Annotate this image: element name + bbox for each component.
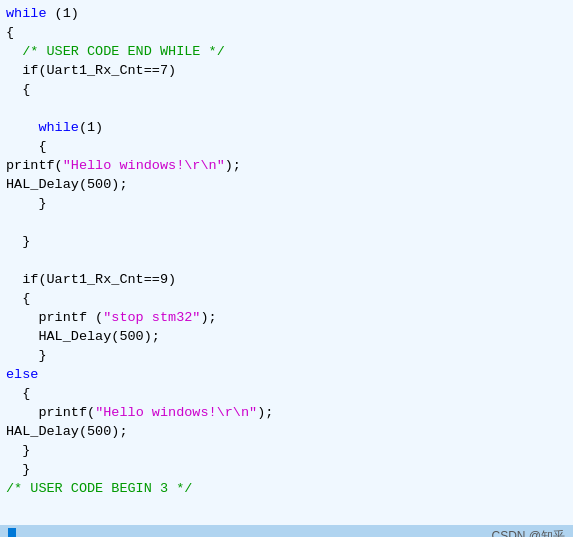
code-line: while(1) — [0, 120, 573, 139]
code-line: /* USER CODE END WHILE */ — [0, 44, 573, 63]
code-line: HAL_Delay(500); — [0, 177, 573, 196]
code-line: printf("Hello windows!\r\n"); — [0, 405, 573, 424]
code-line — [0, 101, 573, 120]
cursor-indicator — [8, 528, 16, 537]
code-line: while (1) — [0, 6, 573, 25]
code-line: printf("Hello windows!\r\n"); — [0, 158, 573, 177]
code-editor: while (1){ /* USER CODE END WHILE */ if(… — [0, 0, 573, 525]
code-line: } — [0, 443, 573, 462]
code-line: /* USER CODE BEGIN 3 */ — [0, 481, 573, 500]
code-line: { — [0, 82, 573, 101]
code-line: { — [0, 25, 573, 44]
status-left — [8, 528, 20, 537]
code-line — [0, 253, 573, 272]
status-bar: CSDN @知乎 — [0, 525, 573, 537]
attribution-label: CSDN @知乎 — [491, 528, 565, 538]
code-line: else — [0, 367, 573, 386]
code-line: } — [0, 196, 573, 215]
code-line: HAL_Delay(500); — [0, 424, 573, 443]
code-line: { — [0, 139, 573, 158]
code-line: if(Uart1_Rx_Cnt==9) — [0, 272, 573, 291]
code-line: } — [0, 462, 573, 481]
code-line: } — [0, 348, 573, 367]
code-line: printf ("stop stm32"); — [0, 310, 573, 329]
code-line — [0, 215, 573, 234]
code-line: HAL_Delay(500); — [0, 329, 573, 348]
code-line: { — [0, 386, 573, 405]
code-line: { — [0, 291, 573, 310]
code-line: } — [0, 234, 573, 253]
code-line: if(Uart1_Rx_Cnt==7) — [0, 63, 573, 82]
